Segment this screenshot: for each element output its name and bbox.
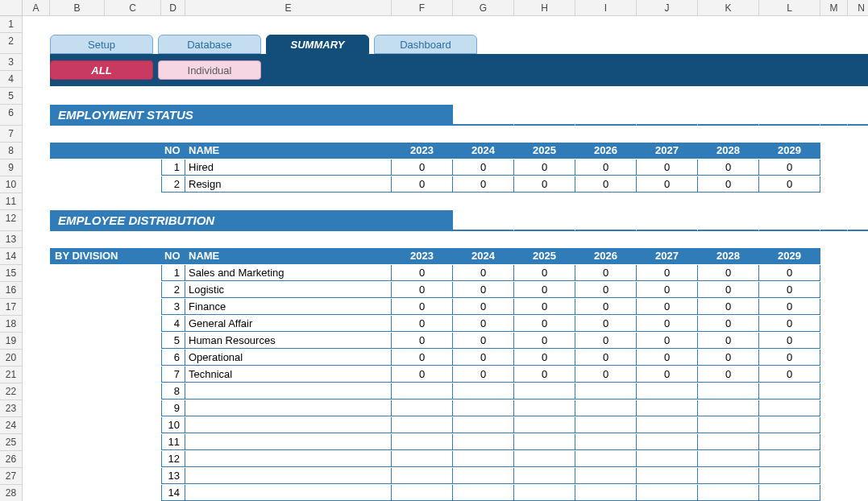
table-cell-value[interactable]: 0 — [698, 176, 759, 193]
cell[interactable] — [848, 231, 868, 241]
table-cell-value[interactable]: 0 — [575, 299, 637, 315]
table-cell-value[interactable] — [514, 417, 575, 433]
table-cell-value[interactable]: 0 — [637, 333, 698, 349]
cell[interactable] — [514, 126, 575, 135]
cell[interactable] — [23, 176, 50, 193]
table-cell-value[interactable]: 0 — [392, 159, 453, 176]
cell[interactable] — [575, 88, 637, 104]
col-header-C[interactable]: C — [105, 0, 161, 16]
table-cell-value[interactable] — [514, 400, 575, 416]
table-cell-value[interactable]: 0 — [392, 350, 453, 366]
cell[interactable] — [848, 468, 868, 484]
table-cell-name[interactable] — [185, 383, 392, 400]
table-cell-name[interactable]: Human Resources — [185, 333, 392, 349]
table-cell-value[interactable] — [759, 400, 820, 416]
cell[interactable] — [23, 143, 50, 159]
table-cell-value[interactable]: 0 — [514, 282, 575, 298]
table-cell-value[interactable]: 0 — [698, 350, 759, 366]
tab-summary[interactable]: SUMMARY — [266, 35, 369, 54]
row-header-19[interactable]: 19 — [0, 333, 23, 350]
cell[interactable] — [23, 265, 50, 281]
cell[interactable] — [23, 71, 50, 87]
table-cell-value[interactable]: 0 — [637, 282, 698, 298]
table-cell-value[interactable]: 0 — [759, 366, 820, 383]
cell[interactable] — [185, 193, 392, 209]
table-cell-no[interactable]: 14 — [161, 485, 185, 501]
cell[interactable] — [392, 16, 453, 32]
cell[interactable] — [105, 193, 161, 209]
table-cell-value[interactable]: 0 — [453, 316, 514, 332]
table-cell-no[interactable]: 13 — [161, 468, 185, 484]
table-cell-value[interactable] — [759, 417, 820, 433]
table-cell-value[interactable]: 0 — [698, 265, 759, 281]
cell[interactable] — [820, 282, 848, 298]
cell[interactable] — [50, 16, 105, 32]
cell[interactable] — [50, 88, 105, 104]
table-cell-no[interactable]: 1 — [161, 159, 185, 176]
cell[interactable] — [575, 231, 637, 241]
table-cell-value[interactable] — [392, 485, 453, 501]
table-cell-name[interactable]: Finance — [185, 299, 392, 315]
table-cell-name[interactable]: Logistic — [185, 282, 392, 298]
cell[interactable] — [820, 193, 848, 209]
row-header-15[interactable]: 15 — [0, 265, 23, 282]
cell[interactable] — [820, 143, 848, 159]
col-header-A[interactable]: A — [23, 0, 50, 16]
cell[interactable] — [23, 468, 50, 484]
table-cell-value[interactable] — [637, 383, 698, 400]
cell[interactable] — [820, 265, 848, 281]
cell[interactable] — [23, 16, 50, 32]
cell[interactable] — [50, 231, 105, 241]
table-cell-value[interactable]: 0 — [637, 176, 698, 193]
cell[interactable] — [161, 126, 185, 135]
table-cell-value[interactable] — [514, 468, 575, 484]
cell[interactable] — [820, 231, 848, 241]
cell[interactable] — [185, 126, 392, 135]
cell[interactable] — [23, 126, 50, 135]
cell[interactable] — [514, 193, 575, 209]
table-cell-value[interactable]: 0 — [392, 176, 453, 193]
cell[interactable] — [820, 159, 848, 176]
cell[interactable] — [23, 159, 50, 176]
cell[interactable] — [514, 231, 575, 241]
cell[interactable] — [453, 88, 514, 104]
table-cell-value[interactable]: 0 — [392, 265, 453, 281]
cell[interactable] — [820, 333, 848, 349]
table-cell-value[interactable] — [453, 417, 514, 433]
table-cell-value[interactable] — [575, 400, 637, 416]
cell[interactable] — [514, 16, 575, 32]
cell[interactable] — [848, 485, 868, 501]
table-cell-no[interactable]: 5 — [161, 333, 185, 349]
table-cell-value[interactable]: 0 — [453, 159, 514, 176]
table-cell-value[interactable]: 0 — [575, 176, 637, 193]
cell[interactable] — [185, 88, 392, 104]
cell[interactable] — [820, 126, 848, 135]
table-cell-value[interactable] — [392, 400, 453, 416]
cell[interactable] — [820, 248, 848, 264]
cell[interactable] — [848, 350, 868, 366]
table-cell-value[interactable] — [453, 383, 514, 400]
cell[interactable] — [392, 193, 453, 209]
table-cell-value[interactable] — [514, 434, 575, 450]
table-cell-name[interactable]: General Affair — [185, 316, 392, 332]
table-cell-no[interactable]: 9 — [161, 400, 185, 416]
cell[interactable] — [50, 126, 105, 135]
col-header-K[interactable]: K — [698, 0, 759, 16]
table-cell-name[interactable]: Operational — [185, 350, 392, 366]
col-header-B[interactable]: B — [50, 0, 105, 16]
table-cell-no[interactable]: 12 — [161, 451, 185, 467]
cell[interactable] — [820, 451, 848, 467]
cell[interactable] — [392, 88, 453, 104]
table-cell-value[interactable] — [453, 485, 514, 501]
row-header-16[interactable]: 16 — [0, 282, 23, 299]
cell[interactable] — [161, 231, 185, 241]
row-header-28[interactable]: 28 — [0, 485, 23, 501]
cell[interactable] — [161, 16, 185, 32]
cell[interactable] — [759, 231, 820, 241]
table-cell-value[interactable] — [637, 451, 698, 467]
cell[interactable] — [759, 88, 820, 104]
table-cell-value[interactable] — [637, 434, 698, 450]
table-cell-value[interactable] — [698, 417, 759, 433]
table-cell-no[interactable]: 4 — [161, 316, 185, 332]
table-cell-value[interactable]: 0 — [698, 366, 759, 383]
